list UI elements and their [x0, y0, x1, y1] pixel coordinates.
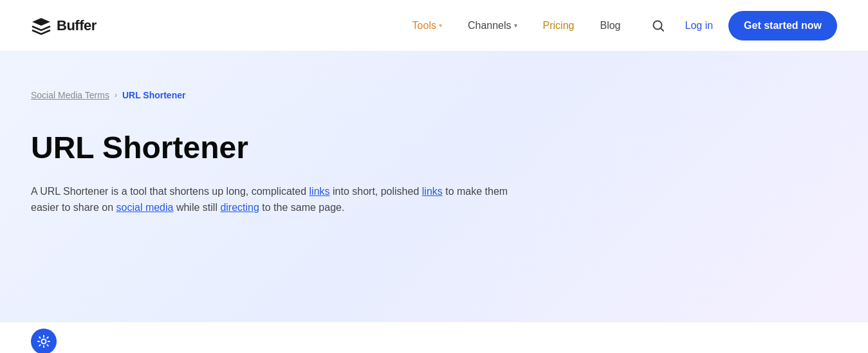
nav-item-channels[interactable]: Channels ▾: [457, 15, 528, 37]
login-button[interactable]: Log in: [678, 15, 721, 37]
description-link-social-media[interactable]: social media: [116, 202, 174, 213]
description-link-links1[interactable]: links: [309, 186, 330, 197]
nav-blog-label: Blog: [600, 20, 620, 32]
navbar: Buffer Tools ▾ Channels ▾ Pricing Blog L…: [0, 0, 868, 51]
svg-point-2: [42, 339, 46, 343]
nav-actions: Log in Get started now: [647, 11, 838, 41]
get-started-button[interactable]: Get started now: [728, 11, 837, 41]
page-description: A URL Shortener is a tool that shortens …: [31, 183, 520, 216]
page-title: URL Shortener: [31, 131, 837, 165]
search-button[interactable]: [647, 14, 670, 37]
bottom-icon: [31, 329, 57, 354]
breadcrumb-separator: ›: [115, 91, 117, 100]
breadcrumb-current: URL Shortener: [122, 90, 186, 100]
search-icon: [652, 19, 665, 32]
chevron-down-icon: ▾: [439, 22, 442, 29]
nav-pricing-label: Pricing: [543, 20, 575, 32]
logo-link[interactable]: Buffer: [31, 17, 97, 35]
logo-text: Buffer: [57, 17, 97, 34]
nav-item-blog[interactable]: Blog: [589, 15, 631, 37]
hero-section: Social Media Terms › URL Shortener URL S…: [0, 51, 868, 321]
nav-channels-label: Channels: [468, 20, 512, 32]
nav-tools-label: Tools: [412, 20, 436, 32]
bottom-bar: [0, 321, 868, 353]
breadcrumb: Social Media Terms › URL Shortener: [31, 90, 837, 100]
nav-item-tools[interactable]: Tools ▾: [402, 15, 452, 37]
settings-icon: [37, 334, 51, 348]
svg-line-1: [660, 28, 663, 31]
description-link-links2[interactable]: links: [422, 186, 443, 197]
nav-item-pricing[interactable]: Pricing: [533, 15, 585, 37]
chevron-down-icon: ▾: [514, 22, 517, 29]
nav-links: Tools ▾ Channels ▾ Pricing Blog: [402, 15, 631, 37]
breadcrumb-parent-link[interactable]: Social Media Terms: [31, 90, 109, 100]
buffer-logo-icon: [31, 17, 51, 35]
description-link-directing[interactable]: directing: [220, 202, 259, 213]
